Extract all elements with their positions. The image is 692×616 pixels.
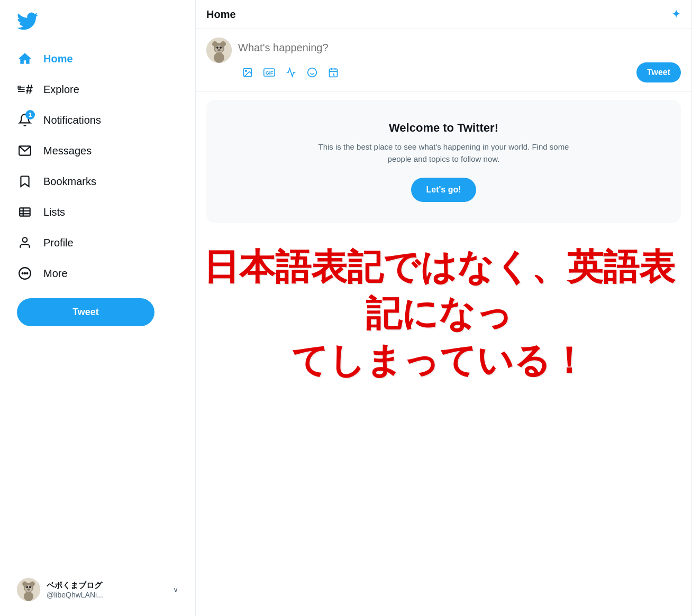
compose-emoji-button[interactable]	[303, 63, 322, 82]
sidebar-item-home[interactable]: Home	[8, 44, 187, 73]
sidebar: Home # Explore 1 Notifications Messages	[0, 0, 196, 616]
svg-rect-39	[330, 69, 338, 77]
sidebar-item-messages[interactable]: Messages	[8, 136, 187, 165]
sidebar-item-explore-label: Explore	[43, 84, 79, 96]
sidebar-item-profile-label: Profile	[43, 237, 74, 249]
compose-image-button[interactable]	[238, 63, 257, 82]
lets-go-button[interactable]: Let's go!	[411, 178, 476, 202]
sidebar-item-messages-label: Messages	[43, 145, 92, 157]
svg-point-17	[30, 581, 35, 586]
svg-point-13	[26, 273, 28, 274]
svg-point-21	[27, 589, 30, 591]
notification-count: 1	[25, 110, 35, 119]
page-title: Home	[206, 8, 236, 21]
svg-point-19	[26, 586, 28, 589]
sidebar-item-explore[interactable]: # Explore	[8, 75, 187, 104]
chevron-down-icon: ∨	[173, 585, 178, 594]
svg-point-33	[245, 70, 247, 72]
bookmark-icon	[17, 173, 33, 189]
compose-poll-button[interactable]	[281, 63, 301, 82]
bell-icon: 1	[17, 112, 33, 128]
welcome-area: Welcome to Twitter! This is the best pla…	[206, 100, 681, 223]
more-icon	[17, 265, 33, 281]
compose-tools: GIF	[238, 63, 343, 82]
compose-right: GIF Tweet	[238, 38, 681, 82]
svg-point-30	[217, 49, 221, 51]
svg-point-20	[29, 586, 31, 589]
sidebar-item-more-label: More	[43, 268, 68, 280]
compose-toolbar: GIF Tweet	[238, 62, 681, 82]
sidebar-nav: Home # Explore 1 Notifications Messages	[8, 44, 187, 290]
main-header: Home ✦	[196, 0, 691, 29]
sidebar-item-bookmarks[interactable]: Bookmarks	[8, 167, 187, 196]
sparkle-icon[interactable]: ✦	[671, 7, 681, 21]
sidebar-item-lists-label: Lists	[43, 206, 65, 218]
compose-schedule-button[interactable]	[324, 63, 343, 82]
svg-point-28	[216, 47, 218, 49]
user-avatar	[17, 578, 40, 601]
svg-point-31	[214, 52, 224, 63]
svg-point-25	[212, 41, 217, 47]
sidebar-item-notifications-label: Notifications	[43, 114, 101, 126]
svg-rect-5	[20, 208, 30, 216]
svg-point-11	[22, 273, 23, 274]
user-handle: @libeQhwLANi...	[47, 591, 173, 599]
explore-icon: #	[17, 81, 33, 97]
sidebar-item-more[interactable]: More	[8, 259, 187, 288]
sidebar-tweet-button[interactable]: Tweet	[17, 298, 154, 326]
welcome-title: Welcome to Twitter!	[389, 121, 498, 135]
svg-point-29	[220, 47, 222, 49]
sidebar-item-bookmarks-label: Bookmarks	[43, 176, 96, 188]
svg-point-16	[22, 581, 27, 586]
compose-input[interactable]	[238, 38, 681, 58]
main-tweet-button[interactable]: Tweet	[636, 62, 681, 82]
sidebar-item-lists[interactable]: Lists	[8, 198, 187, 226]
sidebar-item-home-label: Home	[43, 53, 73, 65]
compose-gif-button[interactable]: GIF	[259, 63, 279, 82]
svg-text:GIF: GIF	[266, 70, 273, 76]
profile-icon	[17, 235, 33, 251]
welcome-body: This is the best place to see what's hap…	[317, 141, 571, 165]
svg-point-26	[221, 41, 226, 47]
mail-icon	[17, 143, 33, 159]
home-icon	[17, 51, 33, 67]
svg-point-22	[24, 592, 33, 601]
user-info: ベポくまブログ @libeQhwLANi...	[47, 581, 173, 599]
compose-avatar	[206, 38, 232, 63]
sidebar-item-notifications[interactable]: 1 Notifications	[8, 106, 187, 134]
user-display-name: ベポくまブログ	[47, 581, 173, 591]
svg-point-9	[23, 237, 28, 242]
main-content: Home ✦	[196, 0, 692, 616]
compose-area: GIF Tweet	[196, 29, 691, 91]
sidebar-item-profile[interactable]: Profile	[8, 228, 187, 257]
list-icon	[17, 204, 33, 220]
sidebar-user-profile[interactable]: ベポくまブログ @libeQhwLANi... ∨	[8, 572, 187, 608]
svg-point-12	[24, 273, 25, 274]
svg-point-36	[308, 68, 317, 77]
twitter-logo[interactable]	[8, 4, 187, 40]
